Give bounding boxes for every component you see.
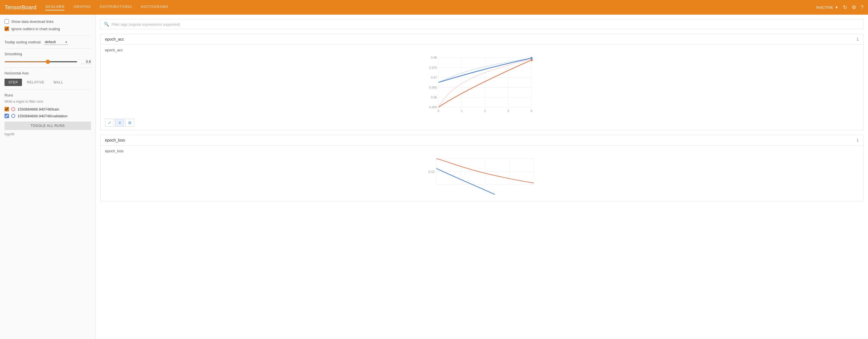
- epoch-loss-header: epoch_loss 1: [100, 135, 863, 145]
- status-label: INACTIVE: [816, 5, 833, 9]
- epoch-acc-header: epoch_acc 1: [100, 34, 863, 45]
- app-logo: TensorBoard: [4, 4, 36, 11]
- epoch-loss-card: epoch_loss 1 epoch_loss: [100, 135, 864, 201]
- run-list: 1550684666.940748/train 1550684666.94074…: [4, 106, 91, 119]
- svg-text:0: 0: [438, 109, 439, 113]
- main-content: 🔍 epoch_acc 1 epoch_acc: [96, 15, 868, 339]
- tooltip-select-wrapper: default descending ascending nearest ▼: [44, 39, 68, 45]
- run-validation-label: 1550684666.940748/validation: [18, 114, 68, 118]
- nav-distributions[interactable]: DISTRIBUTIONS: [100, 4, 132, 10]
- run-train-label: 1550684666.940748/train: [18, 107, 59, 111]
- axis-wall-button[interactable]: WALL: [50, 79, 67, 86]
- run-train-checkbox[interactable]: [4, 107, 9, 111]
- run-validation-color: [11, 114, 15, 118]
- tooltip-label: Tooltip sorting method:: [4, 40, 41, 44]
- epoch-loss-count: 1: [857, 138, 859, 142]
- tooltip-row: Tooltip sorting method: default descendi…: [4, 39, 91, 45]
- epoch-loss-chart: 0.12: [105, 156, 859, 198]
- axis-relative-button[interactable]: RELATIVE: [23, 79, 49, 86]
- nav-histograms[interactable]: HISTOGRAMS: [141, 4, 168, 10]
- main-layout: Show data download links Ignore outliers…: [0, 15, 868, 339]
- logs-path: logs/fit: [4, 132, 91, 136]
- svg-text:0.965: 0.965: [429, 86, 437, 89]
- settings-icon[interactable]: ⚙: [852, 4, 856, 10]
- epoch-acc-title: epoch_acc: [105, 37, 124, 41]
- smoothing-value: 0.6: [81, 59, 91, 64]
- axis-section: Horizontal Axis STEP RELATIVE WALL: [4, 71, 91, 86]
- options-section: Show data download links Ignore outliers…: [4, 19, 91, 31]
- runs-filter-label: Write a regex to filter runs: [4, 100, 91, 104]
- ignore-outliers-row[interactable]: Ignore outliers in chart scaling: [4, 27, 91, 31]
- epoch-loss-title: epoch_loss: [105, 138, 125, 142]
- show-download-label: Show data download links: [11, 20, 54, 24]
- smoothing-title: Smoothing: [4, 52, 91, 56]
- svg-text:0.98: 0.98: [431, 56, 437, 59]
- run-train-color: [11, 107, 15, 111]
- status-dropdown[interactable]: INACTIVE ▼: [816, 5, 838, 9]
- svg-text:0.975: 0.975: [429, 66, 437, 69]
- epoch-loss-inner: epoch_loss 0.12: [100, 145, 863, 201]
- epoch-acc-inner-title: epoch_acc: [105, 48, 859, 52]
- fit-button[interactable]: ⊞: [125, 119, 134, 126]
- svg-text:1: 1: [461, 109, 462, 113]
- main-nav: SCALARS GRAPHS DISTRIBUTIONS HISTOGRAMS: [45, 4, 168, 10]
- run-item-validation: 1550684666.940748/validation: [4, 113, 91, 119]
- header-left: TensorBoard SCALARS GRAPHS DISTRIBUTIONS…: [4, 4, 168, 11]
- ignore-outliers-checkbox[interactable]: [4, 27, 9, 31]
- epoch-acc-inner: epoch_acc: [100, 45, 863, 130]
- show-download-row[interactable]: Show data download links: [4, 19, 91, 24]
- epoch-acc-chart: 0.98 0.975 0.97 0.965 0.96 0.955 0 1 2 3…: [105, 54, 859, 116]
- help-icon[interactable]: ?: [861, 4, 864, 10]
- search-icon: 🔍: [104, 22, 109, 27]
- epoch-acc-actions: ⤢ ≡ ⊞: [105, 119, 859, 126]
- sidebar: Show data download links Ignore outliers…: [0, 15, 96, 339]
- axis-title: Horizontal Axis: [4, 71, 91, 75]
- svg-text:0.12: 0.12: [428, 170, 435, 173]
- epoch-acc-card: epoch_acc 1 epoch_acc: [100, 34, 864, 130]
- divider-2: [4, 48, 91, 49]
- refresh-icon[interactable]: ↻: [843, 4, 847, 10]
- show-download-checkbox[interactable]: [4, 19, 9, 24]
- header: TensorBoard SCALARS GRAPHS DISTRIBUTIONS…: [0, 0, 868, 15]
- svg-text:4: 4: [531, 109, 532, 113]
- axis-buttons: STEP RELATIVE WALL: [4, 79, 91, 86]
- ignore-outliers-label: Ignore outliers in chart scaling: [11, 27, 60, 31]
- tooltip-select[interactable]: default descending ascending nearest: [44, 39, 68, 45]
- svg-text:2: 2: [484, 109, 486, 113]
- run-validation-checkbox[interactable]: [4, 114, 9, 118]
- smoothing-row: 0.6: [4, 59, 91, 64]
- header-right: INACTIVE ▼ ↻ ⚙ ?: [816, 4, 864, 10]
- svg-text:0.955: 0.955: [429, 106, 437, 109]
- data-button[interactable]: ≡: [115, 119, 124, 126]
- svg-text:0.97: 0.97: [431, 76, 437, 79]
- filter-bar: 🔍: [100, 19, 864, 29]
- run-item-train: 1550684666.940748/train: [4, 106, 91, 113]
- dropdown-arrow-icon: ▼: [835, 5, 838, 9]
- axis-step-button[interactable]: STEP: [4, 79, 22, 86]
- divider-1: [4, 35, 91, 36]
- epoch-acc-svg: 0.98 0.975 0.97 0.965 0.96 0.955 0 1 2 3…: [105, 54, 859, 116]
- nav-graphs[interactable]: GRAPHS: [73, 4, 91, 10]
- svg-text:3: 3: [507, 109, 509, 113]
- epoch-loss-inner-title: epoch_loss: [105, 149, 859, 153]
- divider-4: [4, 89, 91, 90]
- expand-button[interactable]: ⤢: [105, 119, 114, 126]
- epoch-acc-count: 1: [857, 37, 859, 41]
- smoothing-slider[interactable]: [4, 61, 78, 62]
- divider-3: [4, 67, 91, 68]
- filter-input[interactable]: [112, 22, 860, 27]
- nav-scalars[interactable]: SCALARS: [45, 4, 64, 10]
- toggle-all-button[interactable]: TOGGLE ALL RUNS: [4, 121, 91, 130]
- epoch-loss-svg: 0.12: [105, 156, 859, 198]
- runs-section: Runs Write a regex to filter runs 155068…: [4, 93, 91, 130]
- svg-text:0.96: 0.96: [431, 95, 437, 99]
- runs-title: Runs: [4, 93, 91, 97]
- svg-point-23: [530, 57, 533, 59]
